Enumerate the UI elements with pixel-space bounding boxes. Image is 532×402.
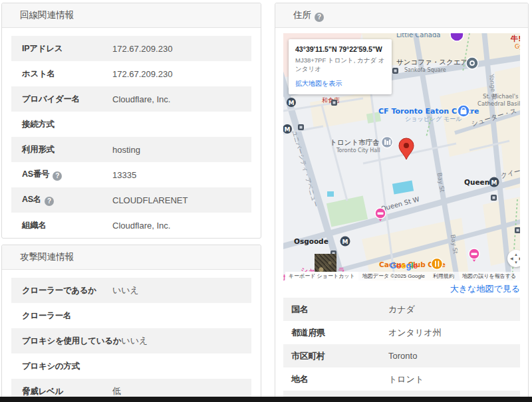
row-label: プロキシを使用しているか <box>22 336 121 347</box>
row-value: hosting <box>112 145 140 155</box>
google-logo[interactable]: Google <box>390 260 418 270</box>
row-value: カナダ <box>388 304 415 316</box>
table-row: 組織名 Cloudflare, Inc. <box>11 213 251 238</box>
plus-code-text: MJ38+7PF トロント, カナダ オンタリオ <box>295 56 385 73</box>
row-value: Cloudflare, Inc. <box>112 94 170 104</box>
map-label-university-ave: ユニバーシティ・アベニュー <box>291 130 319 208</box>
table-row: プロバイダー名 Cloudflare, Inc. <box>11 86 251 112</box>
map-label-eaton-jp: ショッピング モール <box>405 116 462 122</box>
pan-left-icon[interactable]: ◀ <box>510 256 513 260</box>
row-label: IPアドレス <box>22 43 112 54</box>
row-value: 172.67.209.230 <box>112 44 172 54</box>
table-row: クローラーであるか いいえ <box>11 278 251 303</box>
map-area-beige <box>310 92 375 129</box>
row-label: クローラー名 <box>22 310 112 322</box>
row-label: 利用形式 <box>22 144 112 155</box>
map-label-city-hall-jp: トロント市庁舎 <box>330 138 379 146</box>
google-logo-letter: g <box>406 260 411 270</box>
row-label-text: AS番号 <box>22 169 49 179</box>
coordinates-text: 43°39'11.5"N 79°22'59.5"W <box>295 45 385 54</box>
row-label: AS番号? <box>22 169 112 181</box>
hotel-pin-icon <box>469 249 479 262</box>
pan-up-icon[interactable]: ▲ <box>514 252 518 256</box>
table-row: 市区町村 Toronto <box>283 344 520 367</box>
row-value: いいえ <box>121 335 148 347</box>
row-label: 都道府県 <box>291 327 388 339</box>
restaurant-icon <box>432 258 443 270</box>
row-label: 国名 <box>291 304 388 316</box>
table-row: 接続方式 <box>11 112 251 137</box>
map-label-sankofa-jp: サンコファ・スクエア <box>396 58 467 66</box>
row-value: オンタリオ州 <box>388 327 442 339</box>
table-row: AS名? CLOUDFLARENET <box>11 187 251 213</box>
address-rows: 国名 カナダ 都道府県 オンタリオ州 市区町村 Toronto 地名 トロント <box>283 298 520 402</box>
google-map[interactable]: Little Canada 牛! Gy サンコファ・スクエア Sankofa S… <box>283 33 520 280</box>
keyboard-shortcuts-link[interactable]: キーボード ショートカット <box>285 272 358 280</box>
footer-bar <box>0 397 532 402</box>
eaton-centre-icon <box>458 105 469 117</box>
row-label-text: AS名 <box>22 195 41 204</box>
row-label: クローラーであるか <box>22 285 112 296</box>
row-label: 脅威レベル <box>22 386 112 397</box>
city-hall-icon <box>382 137 393 148</box>
table-row: AS番号? 13335 <box>11 162 251 187</box>
row-label: プロキシの方式 <box>22 361 112 372</box>
help-icon[interactable]: ? <box>53 171 62 181</box>
table-row: 地名 トロント <box>283 367 520 391</box>
view-larger-map-external-link[interactable]: 大きな地図で見る <box>450 284 520 294</box>
map-label-little-canada: Little Canada <box>396 33 440 39</box>
row-value: Toronto <box>388 351 417 361</box>
metro-m-icon: M <box>289 100 295 106</box>
panel-title: 攻撃関連情報 <box>2 245 261 270</box>
map-pool <box>392 181 414 195</box>
view-larger-map-link[interactable]: 拡大地図を表示 <box>295 79 342 88</box>
row-label: プロバイダー名 <box>22 94 112 105</box>
help-icon[interactable]: ? <box>45 197 54 206</box>
map-info-card: 43°39'11.5"N 79°22'59.5"W MJ38+7PF トロント,… <box>289 39 392 94</box>
map-data-attribution: 地図データ ©2025 Google <box>362 272 425 280</box>
google-logo-letter: G <box>390 260 396 270</box>
row-label: 組織名 <box>22 220 112 231</box>
row-value: 13335 <box>112 170 136 180</box>
map-label-sankofa-en: Sankofa Square <box>404 67 446 73</box>
row-label: AS名? <box>22 194 112 206</box>
panel-title: 住所? <box>275 3 528 28</box>
google-logo-letter: o <box>396 260 401 270</box>
row-label: ホスト名 <box>22 68 112 80</box>
map-label-city-hall-en: Toronto City Hall <box>336 148 380 153</box>
table-row: クローラー名 <box>11 303 251 328</box>
table-row: ホスト名 172.67.209.230 <box>11 61 251 86</box>
pan-right-icon[interactable]: ▶ <box>519 256 520 260</box>
line-info-panel: 回線関連情報 IPアドレス 172.67.209.230 ホスト名 172.67… <box>1 3 261 239</box>
table-row: プロキシを使用しているか いいえ <box>11 328 251 353</box>
view-larger-row: 大きな地図で見る <box>283 280 520 298</box>
row-value: いいえ <box>112 284 139 296</box>
report-map-error-link[interactable]: 地図の誤りを報告する <box>462 272 516 280</box>
table-row: プロキシの方式 <box>11 353 251 379</box>
row-value: CLOUDFLARENET <box>112 195 188 205</box>
line-info-rows: IPアドレス 172.67.209.230 ホスト名 172.67.209.23… <box>2 28 261 239</box>
map-label-osgoode-station: Osgoode <box>294 237 329 245</box>
table-row: 利用形式 hosting <box>11 137 251 162</box>
sankofa-square-icon <box>466 57 478 69</box>
address-panel: 住所? <box>275 3 529 402</box>
panel-title-text: 住所 <box>293 10 311 20</box>
terms-link[interactable]: 利用規約 <box>433 272 454 280</box>
google-logo-letter: o <box>401 260 406 270</box>
row-value: Cloudflare, Inc. <box>112 221 170 231</box>
row-value: 低 <box>112 385 121 397</box>
metro-m-icon: M <box>285 126 291 133</box>
attack-info-rows: クローラーであるか いいえ クローラー名 プロキシを使用しているか いいえ プロ… <box>2 270 261 402</box>
map-label-st-michaels-2: Cathedral Basilica <box>477 100 520 107</box>
map-label-bay-st-upper: Bay St <box>436 172 446 193</box>
pan-down-icon[interactable]: ▼ <box>514 260 518 264</box>
row-value: トロント <box>388 373 424 385</box>
help-icon[interactable]: ? <box>315 13 324 22</box>
map-pan-control[interactable]: ▲ ▼ ◀ ▶ <box>507 250 520 267</box>
metro-m-icon: M <box>342 239 348 245</box>
row-value: 172.67.209.230 <box>112 69 172 79</box>
table-row: IPアドレス 172.67.209.230 <box>11 36 251 61</box>
map-label-queen-station: Queen <box>464 178 489 186</box>
map-label-st-michaels-1: St. Michael's <box>483 93 519 100</box>
attack-info-panel: 攻撃関連情報 クローラーであるか いいえ クローラー名 プロキシを使用しているか… <box>1 245 261 402</box>
